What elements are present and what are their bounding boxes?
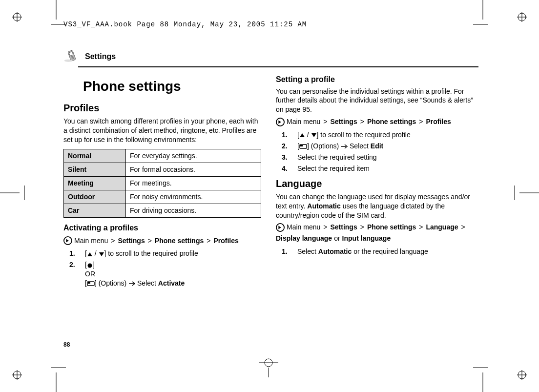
step-body: [] (Options) Select Edit <box>297 142 383 151</box>
registration-mark-icon <box>12 12 22 22</box>
or-label: OR <box>85 270 95 278</box>
step-number: 2. <box>282 142 290 151</box>
nav-item: Phone settings <box>155 236 204 246</box>
nav-arrow-icon <box>63 236 72 245</box>
profile-desc: For formal occasions. <box>126 163 261 177</box>
nav-separator: > <box>359 223 365 232</box>
steps-list: 1. Select Automatic or the required lang… <box>276 246 474 257</box>
text: or the required language <box>352 248 428 255</box>
arrow-right-icon <box>128 281 135 286</box>
profile-name: Meeting <box>64 177 126 190</box>
step-item: 2. [] OR [] (Options) Select Activate <box>69 259 261 289</box>
phone-icon <box>63 49 80 64</box>
steps-list: 1. [ / ] to scroll to the required profi… <box>276 129 474 174</box>
crop-mark-icon <box>0 186 29 200</box>
nav-text: or <box>334 234 340 243</box>
step-text: (Options) <box>309 142 341 150</box>
nav-separator: > <box>322 117 328 126</box>
nav-text: Main menu <box>74 236 108 246</box>
table-row: MeetingFor meetings. <box>64 177 261 190</box>
nav-separator: > <box>418 223 424 232</box>
step-body: Select Automatic or the required languag… <box>297 247 428 256</box>
profiles-intro: You can switch among different profiles … <box>63 117 261 144</box>
section-heading: Settings <box>63 49 478 64</box>
language-heading: Language <box>276 177 474 190</box>
profile-desc: For everyday settings. <box>126 149 261 163</box>
registration-mark-icon <box>12 370 22 380</box>
step-text: to scroll to the required profile <box>106 249 198 257</box>
step-item: 4.Select the required item <box>282 163 474 174</box>
profile-desc: For driving occasions. <box>126 204 261 218</box>
page: VS3_VF_AAA.book Page 88 Monday, May 23, … <box>0 0 539 392</box>
nav-item: Language <box>426 223 458 232</box>
edit-label: Edit <box>371 142 383 150</box>
section-title: Settings <box>85 52 116 61</box>
bold-text: Automatic <box>318 248 352 255</box>
svg-point-26 <box>265 359 272 367</box>
step-number: 1. <box>282 247 290 256</box>
step-item: 2. [] (Options) Select Edit <box>282 141 474 152</box>
page-number: 88 <box>63 341 70 348</box>
section-rule <box>78 66 478 67</box>
language-intro: You can change the language used for dis… <box>276 192 474 220</box>
nav-separator: > <box>359 117 365 126</box>
nav-item: Profiles <box>426 117 451 126</box>
nav-item: Profiles <box>213 236 238 246</box>
step-body: [] OR [] (Options) Select Activate <box>85 260 185 288</box>
profile-name: Silent <box>64 163 126 177</box>
svg-point-3 <box>518 13 526 21</box>
right-column: Setting a profile You can personalise th… <box>276 74 474 291</box>
setting-heading: Setting a profile <box>276 74 474 85</box>
nav-item: Settings <box>118 236 145 246</box>
left-column: Phone settings Profiles You can switch a… <box>63 74 261 291</box>
arrow-right-icon <box>341 144 348 149</box>
step-body: [ / ] to scroll to the required profile <box>85 249 198 258</box>
step-item: 3.Select the required setting <box>282 152 474 163</box>
svg-point-6 <box>13 371 21 379</box>
step-number: 2. <box>69 260 78 288</box>
profile-name: Normal <box>64 149 126 163</box>
svg-point-0 <box>13 13 21 21</box>
profile-desc: For meetings. <box>126 177 261 190</box>
navigation-path: Main menu > Settings > Phone settings > … <box>63 236 261 246</box>
profiles-heading: Profiles <box>63 102 261 115</box>
crop-mark-icon <box>254 358 283 377</box>
step-text: Select <box>135 279 158 287</box>
nav-separator: > <box>418 117 424 126</box>
step-item: 1. [ / ] to scroll to the required profi… <box>282 129 474 141</box>
step-text: to scroll to the required profile <box>318 131 410 139</box>
step-number: 1. <box>69 249 78 258</box>
svg-point-9 <box>518 371 526 379</box>
center-key-icon <box>87 263 93 268</box>
up-triangle-icon <box>87 252 93 257</box>
nav-item: Phone settings <box>367 117 416 126</box>
svg-rect-36 <box>88 282 90 284</box>
crop-mark-icon <box>473 0 488 29</box>
nav-separator: > <box>147 236 153 246</box>
step-item: 1. [ / ] to scroll to the required profi… <box>69 248 261 259</box>
down-triangle-icon <box>99 252 104 257</box>
nav-item: Phone settings <box>367 223 416 232</box>
registration-mark-icon <box>517 12 527 22</box>
nav-arrow-icon <box>276 223 285 232</box>
nav-separator: > <box>322 223 328 232</box>
down-triangle-icon <box>311 133 317 138</box>
step-number: 3. <box>282 153 290 162</box>
softkey-icon <box>299 144 307 149</box>
nav-item: Settings <box>330 223 357 232</box>
step-item: 1. Select Automatic or the required lang… <box>282 246 474 257</box>
nav-text: Main menu <box>287 223 320 232</box>
navigation-path: Main menu > Settings > Phone settings > … <box>276 117 474 126</box>
up-triangle-icon <box>299 133 305 138</box>
svg-point-34 <box>87 263 92 268</box>
profiles-table: NormalFor everyday settings. SilentFor f… <box>63 149 261 217</box>
step-number: 1. <box>282 130 290 140</box>
profile-name: Car <box>64 204 126 218</box>
step-text: (Options) <box>97 279 128 287</box>
nav-arrow-icon <box>276 118 285 126</box>
step-number: 4. <box>282 164 290 173</box>
activate-label: Activate <box>158 279 185 287</box>
page-title: Phone settings <box>83 77 261 96</box>
text: Select <box>297 248 318 255</box>
nav-text: Main menu <box>287 117 320 126</box>
